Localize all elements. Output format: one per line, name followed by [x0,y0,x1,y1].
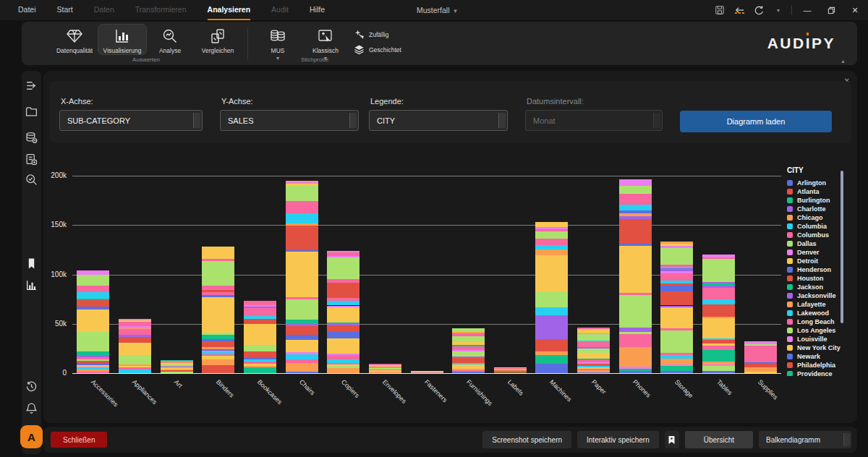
bar-segment-accessories-burlington[interactable] [77,299,109,300]
bar-segment-chairs-new-york-city[interactable] [286,252,318,297]
bar-segment-phones-denver[interactable] [619,367,652,369]
bar-segment-machines-detroit[interactable] [535,222,568,227]
bar-segment-binders-atlanta[interactable] [202,365,234,373]
bar-segment-copiers-columbia[interactable] [327,301,359,306]
bar-segment-storage-atlanta[interactable] [660,291,693,305]
bar-segment-copiers-detroit[interactable] [327,364,359,366]
bar-segment-chairs-columbus[interactable] [286,201,318,213]
bar-segment-labels-long-beach[interactable] [494,368,527,369]
bar-segment-appliances-columbus[interactable] [119,367,151,369]
bar-segment-accessories-columbus[interactable] [77,372,109,373]
bar-segment-accessories-henderson[interactable] [77,307,109,309]
bar-segment-phones-henderson[interactable] [619,210,652,213]
bar-segment-appliances-detroit[interactable] [119,366,151,368]
bar-segment-chairs-jacksonville[interactable] [286,324,318,326]
bar-segment-storage-long-beach[interactable] [660,353,693,355]
avatar[interactable]: A [20,425,43,448]
bar-segment-storage-new-york-city[interactable] [660,307,693,328]
legend-item-columbia[interactable]: Columbia [787,222,845,231]
bar-segment-paper-lakewood[interactable] [577,341,610,342]
bar-segment-phones-arlington[interactable] [619,244,652,246]
sidebar-item-notifications[interactable] [25,402,38,414]
undo-button[interactable] [733,4,746,17]
bar-segment-binders-columbia[interactable] [202,352,234,354]
bar-segment-accessories-columbia[interactable] [77,368,109,370]
sidebar-item-new-report[interactable] [25,153,38,166]
bar-segment-bookcases-houston[interactable] [244,319,276,325]
bar-segment-tables-los-angeles[interactable] [702,259,735,281]
bar-segment-bookcases-dallas[interactable] [244,345,276,352]
bar-segment-tables-dallas[interactable] [702,366,735,371]
bar-segment-binders-arlington[interactable] [202,349,234,351]
bar-segment-copiers-jackson[interactable] [327,323,359,324]
bar-segment-chairs-chicago[interactable] [286,363,318,372]
bar-segment-tables-columbus[interactable] [702,348,735,350]
bar-segment-accessories-long-beach[interactable] [77,357,109,359]
bar-segment-appliances-denver[interactable] [119,326,151,328]
bar-segment-chairs-chicago[interactable] [286,181,318,182]
bar-segment-chairs-denver[interactable] [286,182,318,184]
ribbon-button-analyse[interactable]: Analyse [146,25,194,54]
bar-segment-paper-denver[interactable] [577,333,610,335]
bar-segment-copiers-detroit[interactable] [327,307,359,322]
bar-segment-machines-charlotte[interactable] [535,315,568,339]
bar-segment-accessories-dallas[interactable] [77,359,109,361]
bar-segment-fasteners-detroit[interactable] [411,371,443,372]
bar-segment-tables-columbia[interactable] [702,299,735,304]
bar-segment-accessories-denver[interactable] [77,270,109,275]
bar-segment-machines-lafayette[interactable] [535,249,568,255]
bar-segment-paper-arlington[interactable] [577,372,610,373]
menu-item-analysieren[interactable]: Analysieren [208,0,251,20]
bar-segment-paper-columbus[interactable] [577,369,610,370]
select-scroll-strip[interactable] [193,113,200,128]
close-view-button[interactable]: Schließen [51,432,107,448]
bar-segment-storage-lakewood[interactable] [660,267,693,269]
bar-segment-tables-columbus[interactable] [702,288,735,299]
bar-segment-storage-dallas[interactable] [660,330,693,353]
bar-segment-furnishings-jacksonville[interactable] [452,356,485,358]
bar-segment-machines-los-angeles[interactable] [535,231,568,239]
bar-segment-paper-new-york-city[interactable] [577,353,610,359]
bar-segment-tables-denver[interactable] [702,255,735,257]
bar-segment-chairs-jackson[interactable] [286,320,318,322]
bar-segment-labels-detroit[interactable] [494,371,527,372]
bar-segment-tables-long-beach[interactable] [702,257,735,260]
bar-segment-furnishings-columbus[interactable] [452,333,485,336]
bar-segment-envelopes-new-york-city[interactable] [369,365,401,367]
bar-segment-furnishings-denver[interactable] [452,350,485,351]
ribbon-button-zufaellig[interactable]: Zufällig [354,29,401,40]
bar-segment-storage-charlotte[interactable] [660,306,693,308]
bar-segment-copiers-dallas[interactable] [327,366,359,368]
bar-segment-machines-denver[interactable] [535,227,568,229]
bar-segment-supplies-lafayette[interactable] [744,367,777,371]
bar-segment-tables-denver[interactable] [702,364,735,367]
bar-segment-copiers-long-beach[interactable] [327,298,359,301]
bar-segment-phones-dallas[interactable] [619,186,652,193]
bar-segment-binders-chicago[interactable] [202,359,234,365]
legend-item-los-angeles[interactable]: Los Angeles [787,326,845,335]
bar-segment-appliances-chicago[interactable] [119,364,151,366]
bar-segment-copiers-columbus[interactable] [327,363,359,364]
bar-segment-paper-los-angeles[interactable] [577,334,610,341]
bar-segment-binders-los-angeles[interactable] [202,261,234,286]
bar-segment-art-chicago[interactable] [161,370,193,371]
bar-segment-supplies-dallas[interactable] [744,344,777,346]
bar-segment-furnishings-los-angeles[interactable] [452,336,485,342]
bar-segment-storage-philadelphia[interactable] [660,283,693,286]
bar-segment-accessories-houston[interactable] [77,300,109,307]
bar-segment-copiers-denver[interactable] [327,251,359,252]
legend-item-columbus[interactable]: Columbus [787,231,845,239]
bar-segment-paper-columbia[interactable] [577,366,610,367]
bar-segment-accessories-atlanta[interactable] [77,361,109,363]
legend-item-philadelphia[interactable]: Philadelphia [787,361,845,370]
bar-segment-tables-burlington[interactable] [702,283,735,286]
minimize-button[interactable]: — [799,0,816,20]
ribbon-button-geschichtet[interactable]: Geschichtet [354,44,401,55]
bar-segment-copiers-lafayette[interactable] [327,368,359,373]
ribbon-button-vergleichen[interactable]: Vergleichen [194,25,242,54]
bar-segment-machines-burlington[interactable] [535,355,568,364]
bar-segment-envelopes-denver[interactable] [369,364,401,365]
legend-item-long-beach[interactable]: Long Beach [787,317,845,326]
bar-segment-phones-philadelphia[interactable] [619,219,652,244]
sidebar-item-bookmarks[interactable] [25,257,38,270]
